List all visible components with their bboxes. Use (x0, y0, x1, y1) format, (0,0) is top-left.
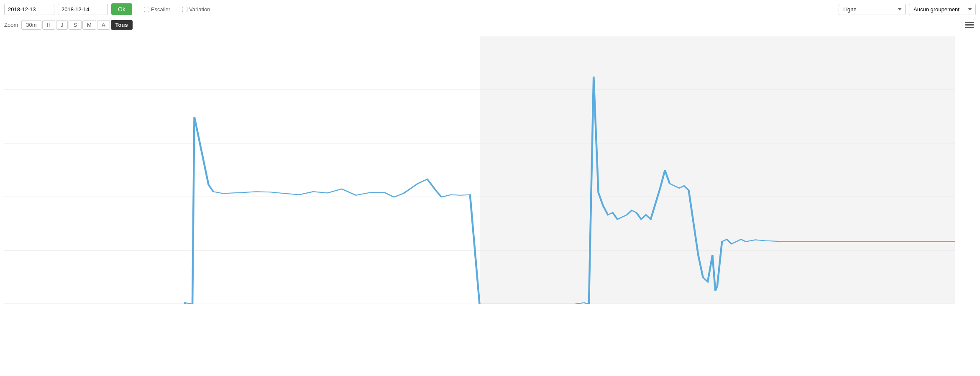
chart-svg (4, 36, 955, 304)
zoom-h[interactable]: H (42, 20, 55, 30)
chart-line (4, 77, 955, 304)
zoom-m[interactable]: M (82, 20, 96, 30)
toolbar-right: Ligne Aucun groupement (839, 4, 976, 15)
zoom-bar: Zoom 30m H J S M A Tous (0, 18, 980, 32)
hamburger-menu[interactable] (963, 20, 976, 30)
escalier-label: Escalier (151, 6, 170, 13)
groupement-dropdown[interactable]: Aucun groupement (909, 4, 976, 15)
variation-checkbox[interactable] (182, 7, 187, 12)
chart-area: 0 250 500 750 1000 1250 13. Décembre 04:… (4, 36, 955, 304)
zoom-j[interactable]: J (56, 20, 68, 30)
zoom-30m[interactable]: 30m (21, 20, 41, 30)
chart-container: 0 250 500 750 1000 1250 13. Décembre 04:… (0, 32, 980, 325)
variation-group: Variation (182, 6, 210, 13)
ok-button[interactable]: Ok (111, 3, 132, 15)
zoom-s[interactable]: S (69, 20, 82, 30)
zoom-label: Zoom (4, 22, 18, 28)
date-start-input[interactable] (4, 4, 54, 15)
escalier-group: Escalier (144, 6, 170, 13)
date-end-input[interactable] (58, 4, 108, 15)
zoom-tous[interactable]: Tous (111, 20, 133, 30)
toolbar: Ok Escalier Variation Ligne Aucun groupe… (0, 0, 980, 18)
ligne-dropdown[interactable]: Ligne (839, 4, 906, 15)
variation-label: Variation (189, 6, 210, 13)
escalier-checkbox[interactable] (144, 7, 149, 12)
zoom-a[interactable]: A (97, 20, 110, 30)
